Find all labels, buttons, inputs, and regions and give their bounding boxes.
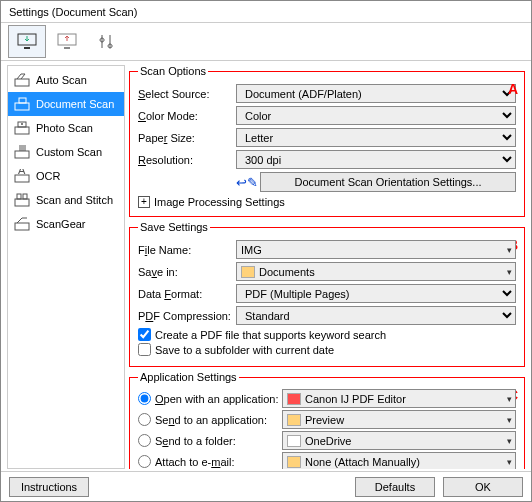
- plus-icon: +: [138, 196, 150, 208]
- folder-icon: [241, 266, 255, 278]
- paper-size-label: Paper Size:: [138, 132, 236, 144]
- toolbar-general-settings[interactable]: [88, 25, 126, 58]
- save-in-label: Save in:: [138, 266, 236, 278]
- image-processing-expander[interactable]: + Image Processing Settings: [138, 196, 516, 208]
- sidebar-item-label: Custom Scan: [36, 146, 102, 158]
- open-with-combo[interactable]: Canon IJ PDF Editor ▾: [282, 389, 516, 408]
- pdf-compression-label: PDF Compression:: [138, 310, 236, 322]
- file-name-label: File Name:: [138, 244, 236, 256]
- instructions-button[interactable]: Instructions: [9, 477, 89, 497]
- tools-icon: [97, 33, 117, 51]
- svg-point-9: [21, 123, 23, 125]
- save-settings-group: Save Settings B File Name: IMG ▾ Save in…: [129, 221, 525, 367]
- chevron-down-icon: ▾: [507, 436, 512, 446]
- svg-rect-3: [64, 47, 70, 49]
- folder-icon: [287, 414, 301, 426]
- svg-text:A: A: [18, 169, 26, 176]
- toolbar-scan-from-computer[interactable]: [8, 25, 46, 58]
- toolbar-scan-from-panel[interactable]: [48, 25, 86, 58]
- monitor-down-icon: [16, 33, 38, 51]
- subfolder-date-checkbox[interactable]: Save to a subfolder with current date: [138, 343, 516, 356]
- chevron-down-icon: ▾: [507, 415, 512, 425]
- subfolder-date-input[interactable]: [138, 343, 151, 356]
- orientation-settings-button[interactable]: Document Scan Orientation Settings...: [260, 172, 516, 192]
- svg-rect-15: [23, 194, 27, 199]
- pdf-compression-combo[interactable]: Standard: [236, 306, 516, 325]
- sidebar-item-label: OCR: [36, 170, 60, 182]
- svg-rect-1: [24, 47, 30, 49]
- chevron-down-icon: ▾: [507, 457, 512, 467]
- sidebar-item-label: Document Scan: [36, 98, 114, 110]
- paper-size-combo[interactable]: Letter: [236, 128, 516, 147]
- sidebar: Auto Scan Document Scan Photo Scan Custo…: [7, 65, 125, 469]
- resolution-label: Resolution:: [138, 154, 236, 166]
- scan-options-group: Scan Options A Select Source: Document (…: [129, 65, 525, 217]
- image-processing-label: Image Processing Settings: [154, 196, 285, 208]
- chevron-down-icon: ▾: [507, 394, 512, 404]
- select-source-combo[interactable]: Document (ADF/Platen): [236, 84, 516, 103]
- send-to-app-combo[interactable]: Preview ▾: [282, 410, 516, 429]
- color-mode-label: Color Mode:: [138, 110, 236, 122]
- color-mode-combo[interactable]: Color: [236, 106, 516, 125]
- sidebar-item-auto-scan[interactable]: Auto Scan: [8, 68, 124, 92]
- sidebar-item-label: Photo Scan: [36, 122, 93, 134]
- send-to-folder-radio[interactable]: Send to a folder:: [138, 434, 282, 447]
- window-title: Settings (Document Scan): [1, 1, 531, 23]
- ocr-icon: A: [14, 169, 30, 183]
- svg-rect-16: [15, 223, 29, 230]
- send-to-folder-combo[interactable]: OneDrive ▾: [282, 431, 516, 450]
- attach-email-combo[interactable]: None (Attach Manually) ▾: [282, 452, 516, 469]
- file-name-combo[interactable]: IMG ▾: [236, 240, 516, 259]
- scan-options-legend: Scan Options: [138, 65, 208, 77]
- toolbar: [1, 23, 531, 61]
- sidebar-item-photo-scan[interactable]: Photo Scan: [8, 116, 124, 140]
- annotation-a: A: [508, 81, 518, 97]
- sidebar-item-custom-scan[interactable]: Custom Scan: [8, 140, 124, 164]
- svg-rect-6: [19, 98, 26, 103]
- sidebar-item-scan-and-stitch[interactable]: Scan and Stitch: [8, 188, 124, 212]
- sidebar-item-document-scan[interactable]: Document Scan: [8, 92, 124, 116]
- save-in-combo[interactable]: Documents ▾: [236, 262, 516, 281]
- custom-scan-icon: [14, 145, 30, 159]
- scangear-icon: [14, 217, 30, 231]
- footer: Instructions Defaults OK: [1, 471, 531, 501]
- data-format-combo[interactable]: PDF (Multiple Pages): [236, 284, 516, 303]
- main-panel: Scan Options A Select Source: Document (…: [129, 65, 525, 469]
- folder-icon: [287, 456, 301, 468]
- svg-rect-4: [15, 79, 29, 86]
- settings-window: Settings (Document Scan) Auto Scan Docum…: [0, 0, 532, 502]
- ok-button[interactable]: OK: [443, 477, 523, 497]
- stitch-icon: [14, 193, 30, 207]
- svg-rect-7: [15, 127, 29, 134]
- defaults-button[interactable]: Defaults: [355, 477, 435, 497]
- auto-scan-icon: [14, 73, 30, 87]
- app-icon: [287, 393, 301, 405]
- application-settings-legend: Application Settings: [138, 371, 239, 383]
- data-format-label: Data Format:: [138, 288, 236, 300]
- sidebar-item-label: ScanGear: [36, 218, 86, 230]
- sidebar-item-label: Auto Scan: [36, 74, 87, 86]
- select-source-label: Select Source:: [138, 88, 236, 100]
- svg-rect-5: [15, 103, 29, 110]
- keyword-search-checkbox[interactable]: Create a PDF file that supports keyword …: [138, 328, 516, 341]
- keyword-search-input[interactable]: [138, 328, 151, 341]
- resolution-combo[interactable]: 300 dpi: [236, 150, 516, 169]
- sidebar-item-scangear[interactable]: ScanGear: [8, 212, 124, 236]
- sidebar-item-ocr[interactable]: A OCR: [8, 164, 124, 188]
- chevron-down-icon: ▾: [507, 267, 512, 277]
- application-settings-group: Application Settings C Open with an appl…: [129, 371, 525, 469]
- svg-rect-11: [15, 175, 29, 182]
- sidebar-item-label: Scan and Stitch: [36, 194, 113, 206]
- send-to-app-radio[interactable]: Send to an application:: [138, 413, 282, 426]
- folder-icon: [287, 435, 301, 447]
- monitor-up-icon: [56, 33, 78, 51]
- return-arrow-icon: ↩✎: [236, 175, 258, 190]
- svg-rect-13: [15, 199, 29, 206]
- svg-rect-10: [15, 151, 29, 158]
- attach-email-radio[interactable]: Attach to e-mail:: [138, 455, 282, 468]
- save-settings-legend: Save Settings: [138, 221, 210, 233]
- svg-rect-14: [17, 194, 21, 199]
- photo-scan-icon: [14, 121, 30, 135]
- open-with-radio[interactable]: Open with an application:: [138, 392, 282, 405]
- document-scan-icon: [14, 97, 30, 111]
